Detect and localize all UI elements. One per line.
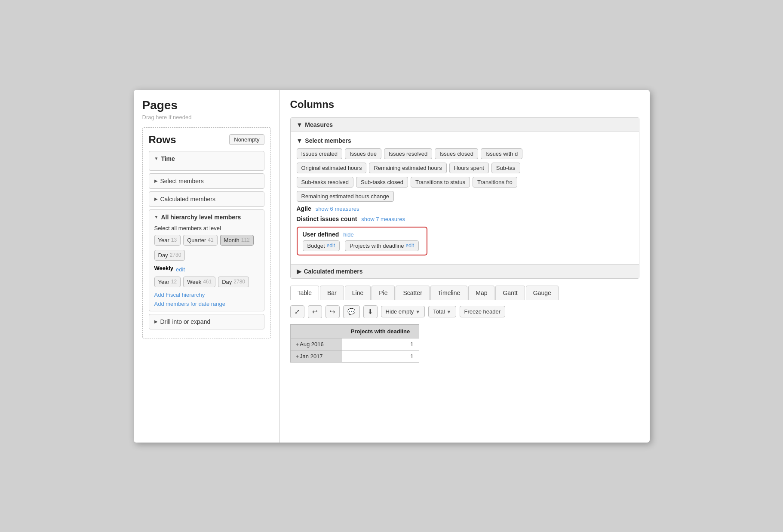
calculated-members-col-header[interactable]: ▶ Calculated members bbox=[291, 264, 639, 278]
chip-subtasks-closed[interactable]: Sub-tasks closed bbox=[356, 177, 408, 188]
hide-empty-button[interactable]: Hide empty ▼ bbox=[381, 306, 425, 317]
hide-empty-arrow: ▼ bbox=[415, 309, 420, 314]
user-defined-label: User defined bbox=[303, 231, 339, 238]
tab-timeline[interactable]: Timeline bbox=[430, 286, 467, 300]
tab-scatter[interactable]: Scatter bbox=[396, 286, 429, 300]
right-panel: Columns ▼ Measures ▼ Select members Issu… bbox=[280, 90, 650, 443]
row-jan-2017[interactable]: +Jan 2017 bbox=[290, 350, 342, 362]
undo-button[interactable]: ↩ bbox=[308, 305, 322, 318]
projects-edit-link[interactable]: edit bbox=[406, 243, 414, 249]
calculated-members-col-arrow: ▶ bbox=[297, 268, 301, 275]
quarter-button[interactable]: Quarter 41 bbox=[183, 235, 217, 246]
distinct-label: Distinct issues count bbox=[297, 215, 357, 222]
budget-chip[interactable]: Budget edit bbox=[303, 240, 340, 251]
tab-line[interactable]: Line bbox=[345, 286, 371, 300]
chip-row-4: Remaining estimated hours change bbox=[297, 191, 633, 202]
download-button[interactable]: ⬇ bbox=[363, 305, 378, 318]
select-members-item[interactable]: ▶ Select members bbox=[149, 173, 264, 189]
chip-remaining-change[interactable]: Remaining estimated hours change bbox=[297, 191, 394, 202]
time-label: Time bbox=[161, 155, 175, 162]
tab-table[interactable]: Table bbox=[290, 286, 319, 300]
redo-button[interactable]: ↪ bbox=[325, 305, 340, 318]
hide-empty-label: Hide empty bbox=[386, 308, 414, 315]
row-aug-2016[interactable]: +Aug 2016 bbox=[290, 338, 342, 350]
comment-button[interactable]: 💬 bbox=[343, 305, 360, 318]
weekly-label: Weekly bbox=[154, 265, 174, 271]
select-all-label: Select all members at level bbox=[154, 225, 259, 231]
day-button[interactable]: Day 2780 bbox=[154, 250, 185, 261]
all-hierarchy-section: ▼ All hierarchy level members Select all… bbox=[149, 209, 264, 311]
all-hierarchy-header[interactable]: ▼ All hierarchy level members bbox=[154, 214, 259, 221]
chip-subtasks-resolved[interactable]: Sub-tasks resolved bbox=[297, 177, 354, 188]
select-members-label: Select members bbox=[160, 178, 204, 185]
chip-row-1: Issues created Issues due Issues resolve… bbox=[297, 148, 633, 159]
user-defined-section: User defined hide Budget edit Projects w… bbox=[297, 227, 427, 255]
add-date-range-link[interactable]: Add members for date range bbox=[154, 301, 259, 307]
freeze-header-button[interactable]: Freeze header bbox=[460, 306, 506, 317]
user-defined-hide-link[interactable]: hide bbox=[343, 231, 354, 238]
all-hierarchy-arrow: ▼ bbox=[154, 215, 159, 219]
drill-item[interactable]: ▶ Drill into or expand bbox=[149, 314, 264, 329]
tab-gantt[interactable]: Gantt bbox=[495, 286, 525, 300]
chip-transitions-to-status[interactable]: Transitions to status bbox=[411, 177, 470, 188]
projects-chip[interactable]: Projects with deadline edit bbox=[345, 240, 419, 251]
chip-issues-resolved[interactable]: Issues resolved bbox=[384, 148, 432, 159]
rows-header: Rows Nonempty bbox=[149, 134, 264, 146]
pages-title: Pages bbox=[142, 98, 271, 112]
toolbar: ⤢ ↩ ↪ 💬 ⬇ Hide empty ▼ Total ▼ Freeze he… bbox=[290, 305, 639, 318]
measures-label: Measures bbox=[305, 121, 333, 128]
week-day-button[interactable]: Day 2780 bbox=[218, 277, 249, 287]
left-panel: Pages Drag here if needed Rows Nonempty … bbox=[134, 90, 280, 443]
chip-hours-spent[interactable]: Hours spent bbox=[449, 163, 489, 173]
pages-subtitle: Drag here if needed bbox=[142, 114, 271, 120]
total-button[interactable]: Total ▼ bbox=[428, 306, 456, 317]
agile-label: Agile bbox=[297, 205, 311, 212]
measures-arrow: ▼ bbox=[297, 121, 303, 128]
time-header[interactable]: ▼ Time bbox=[154, 155, 259, 162]
data-table: Projects with deadline +Aug 2016 1 +Jan … bbox=[290, 324, 419, 363]
projects-label: Projects with deadline bbox=[350, 243, 404, 249]
plus-icon-aug: + bbox=[296, 341, 299, 347]
drill-label: Drill into or expand bbox=[160, 318, 211, 325]
user-defined-header: User defined hide bbox=[303, 231, 421, 238]
calculated-members-col-label: Calculated members bbox=[304, 268, 363, 275]
total-label: Total bbox=[433, 308, 445, 315]
chip-issues-created[interactable]: Issues created bbox=[297, 148, 343, 159]
select-members-header[interactable]: ▼ Select members bbox=[297, 137, 633, 144]
distinct-show-link[interactable]: show 7 measures bbox=[361, 216, 405, 222]
agile-group: Agile show 6 measures bbox=[297, 205, 633, 212]
columns-title: Columns bbox=[290, 98, 639, 111]
expand-button[interactable]: ⤢ bbox=[290, 305, 304, 318]
weekly-section: Weekly edit Year 12 Week 461 Da bbox=[154, 265, 259, 287]
tab-pie[interactable]: Pie bbox=[372, 286, 395, 300]
week-button[interactable]: Week 461 bbox=[183, 277, 215, 287]
chip-row-2: Original estimated hours Remaining estim… bbox=[297, 163, 633, 173]
measures-header[interactable]: ▼ Measures bbox=[291, 118, 639, 132]
budget-edit-link[interactable]: edit bbox=[327, 243, 335, 249]
tab-map[interactable]: Map bbox=[468, 286, 494, 300]
chip-remaining-estimated[interactable]: Remaining estimated hours bbox=[369, 163, 446, 173]
tab-bar[interactable]: Bar bbox=[320, 286, 344, 300]
nonempty-button[interactable]: Nonempty bbox=[229, 134, 264, 145]
chip-issues-closed[interactable]: Issues closed bbox=[435, 148, 478, 159]
calculated-members-label: Calculated members bbox=[160, 196, 215, 203]
year-button[interactable]: Year 13 bbox=[154, 235, 181, 246]
weekly-edit-link[interactable]: edit bbox=[176, 266, 185, 273]
all-hierarchy-label: All hierarchy level members bbox=[161, 214, 241, 221]
month-button[interactable]: Month 112 bbox=[220, 235, 254, 246]
value-aug-2016: 1 bbox=[342, 338, 419, 350]
chip-issues-due[interactable]: Issues due bbox=[345, 148, 381, 159]
tab-gauge[interactable]: Gauge bbox=[526, 286, 559, 300]
week-year-button[interactable]: Year 12 bbox=[154, 277, 181, 287]
chip-issues-with-d[interactable]: Issues with d bbox=[481, 148, 522, 159]
chip-transitions-fro[interactable]: Transitions fro bbox=[473, 177, 517, 188]
agile-show-link[interactable]: show 6 measures bbox=[316, 206, 359, 212]
tabs-bar: Table Bar Line Pie Scatter Timeline Map … bbox=[290, 286, 639, 300]
chip-original-estimated[interactable]: Original estimated hours bbox=[297, 163, 367, 173]
table-row: +Aug 2016 1 bbox=[290, 338, 419, 350]
add-links: Add Fiscal hierarchy Add members for dat… bbox=[154, 292, 259, 307]
add-fiscal-link[interactable]: Add Fiscal hierarchy bbox=[154, 292, 259, 298]
chip-sub-tas[interactable]: Sub-tas bbox=[491, 163, 520, 173]
select-members-col-label: Select members bbox=[305, 137, 351, 144]
calculated-members-item[interactable]: ▶ Calculated members bbox=[149, 191, 264, 207]
